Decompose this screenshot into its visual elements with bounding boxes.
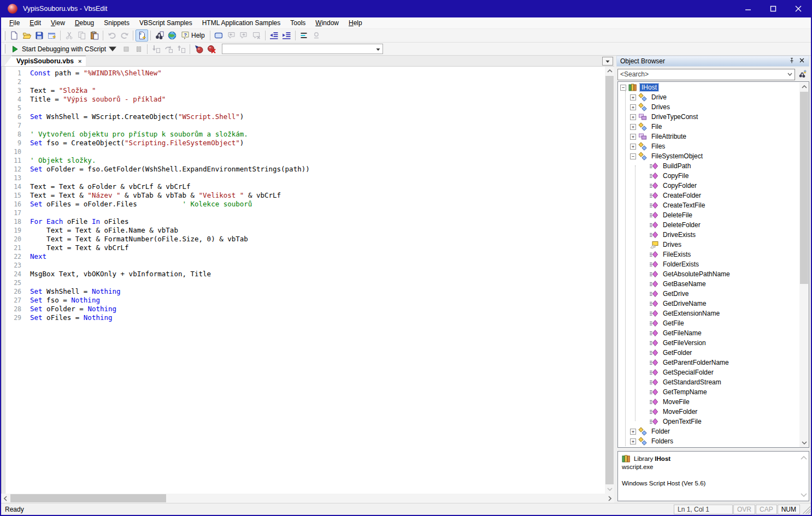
redo-button[interactable]: [118, 29, 131, 41]
scroll-down-arrow[interactable]: [605, 485, 614, 494]
tree-item-label[interactable]: Drives: [661, 241, 683, 248]
tree-item-deletefile[interactable]: DeleteFile: [618, 210, 799, 220]
tree-item-getdrivename[interactable]: GetDriveName: [618, 299, 799, 309]
scrollbar-thumb[interactable]: [10, 494, 166, 502]
tree-item-getfileversion[interactable]: GetFileVersion: [618, 338, 799, 348]
tree-item-drives[interactable]: +Drives: [618, 102, 799, 112]
maximize-button[interactable]: [761, 0, 786, 17]
scroll-up-arrow[interactable]: [605, 67, 614, 75]
step-out-button[interactable]: [175, 43, 187, 55]
code-editor[interactable]: Const path = "%WINDIR%\ShellNew"Text = "…: [25, 67, 605, 494]
expand-expander[interactable]: +: [630, 144, 636, 150]
tree-item-label[interactable]: DriveTypeConst: [650, 113, 699, 121]
tree-item-label[interactable]: GetParentFolderName: [661, 359, 731, 366]
tree-item-label[interactable]: MoveFolder: [661, 408, 699, 416]
tree-item-gettempname[interactable]: GetTempName: [618, 387, 799, 397]
scroll-right-arrow[interactable]: [605, 494, 614, 503]
tree-item-label[interactable]: GetDrive: [661, 290, 690, 298]
tree-item-label[interactable]: Folders: [650, 437, 675, 445]
tree-item-deletefolder[interactable]: DeleteFolder: [618, 220, 799, 230]
editor-horizontal-scrollbar[interactable]: [1, 494, 614, 503]
expand-expander[interactable]: +: [630, 124, 636, 130]
cut-button[interactable]: [63, 29, 75, 41]
tree-item-getparentfoldername[interactable]: GetParentFolderName: [618, 358, 799, 367]
menu-vbscript-samples[interactable]: VBScript Samples: [134, 18, 197, 28]
paste-button[interactable]: [88, 29, 101, 41]
comment-button[interactable]: [213, 29, 225, 41]
tree-item-getbasename[interactable]: GetBaseName: [618, 279, 799, 289]
next-bookmark-button[interactable]: [238, 29, 250, 41]
tree-item-copyfolder[interactable]: CopyFolder: [618, 181, 799, 191]
info-scroll-up[interactable]: [800, 454, 808, 461]
tree-item-label[interactable]: FileSystemObject: [650, 152, 704, 160]
tab-close-icon[interactable]: ×: [78, 58, 81, 64]
toggle-breakpoint-button[interactable]: [192, 43, 205, 55]
scrollbar-thumb[interactable]: [605, 76, 614, 484]
tree-item-label[interactable]: DriveExists: [661, 231, 697, 239]
tree-item-label[interactable]: IHost: [640, 84, 658, 91]
object-search-input[interactable]: <Search>: [617, 69, 795, 80]
tree-item-getabsolutepathname[interactable]: GetAbsolutePathName: [618, 269, 799, 279]
expand-expander[interactable]: +: [630, 114, 636, 120]
tree-item-label[interactable]: GetAbsolutePathName: [661, 270, 732, 278]
expand-expander[interactable]: +: [630, 429, 636, 435]
tree-item-label[interactable]: File: [650, 123, 663, 131]
tree-item-drives[interactable]: Drives: [618, 240, 799, 250]
pin-panel-button[interactable]: [787, 57, 797, 66]
tree-item-label[interactable]: GetFolder: [661, 349, 693, 357]
find-in-files-button[interactable]: [153, 29, 166, 41]
tree-item-label[interactable]: MoveFile: [661, 398, 691, 406]
menu-snippets[interactable]: Snippets: [99, 18, 134, 28]
tree-item-buildpath[interactable]: BuildPath: [618, 161, 799, 171]
new-file-button[interactable]: [8, 29, 20, 41]
debug-combobox[interactable]: [222, 44, 383, 54]
tree-item-movefolder[interactable]: MoveFolder: [618, 407, 799, 417]
close-panel-button[interactable]: [797, 57, 807, 66]
tree-item-getfolder[interactable]: GetFolder: [618, 348, 799, 358]
info-scroll-down[interactable]: [800, 491, 808, 499]
tree-item-file[interactable]: +File: [618, 122, 799, 132]
tree-item-getextensionname[interactable]: GetExtensionName: [618, 309, 799, 318]
tree-item-label[interactable]: GetDriveName: [661, 300, 708, 307]
tree-item-label[interactable]: DeleteFolder: [661, 221, 702, 229]
tree-item-label[interactable]: OpenTextFile: [661, 418, 703, 425]
tree-item-label[interactable]: FileExists: [661, 251, 692, 258]
tree-item-folders[interactable]: +Folders: [618, 436, 799, 446]
tree-item-fileattribute[interactable]: +FileAttribute: [618, 132, 799, 141]
tree-item-drivetypeconst[interactable]: +DriveTypeConst: [618, 112, 799, 122]
tree-item-getdrive[interactable]: GetDrive: [618, 289, 799, 299]
build-exe-button[interactable]: [45, 29, 58, 41]
tree-item-label[interactable]: GetExtensionName: [661, 310, 721, 317]
menu-file[interactable]: File: [4, 18, 25, 28]
tree-item-folderexists[interactable]: FolderExists: [618, 259, 799, 269]
expand-expander[interactable]: +: [630, 94, 636, 100]
help-button[interactable]: ?Help: [178, 29, 208, 41]
menu-html-application-samples[interactable]: HTML Application Samples: [197, 18, 286, 28]
tree-item-label[interactable]: GetFileName: [661, 329, 703, 337]
start-debugging-button[interactable]: Start Debugging with CScript: [8, 43, 120, 55]
tree-item-folder[interactable]: +Folder: [618, 426, 799, 436]
collapse-expander[interactable]: −: [620, 85, 626, 91]
tree-item-label[interactable]: GetFile: [661, 319, 686, 327]
scrollbar-thumb[interactable]: [800, 92, 808, 284]
tree-item-label[interactable]: FolderExists: [661, 260, 701, 268]
tree-item-label[interactable]: GetStandardStream: [661, 378, 723, 386]
scroll-left-arrow[interactable]: [1, 494, 10, 503]
expand-expander[interactable]: +: [630, 134, 636, 140]
breakpoint-margin[interactable]: [2, 67, 5, 494]
tree-item-label[interactable]: FileAttribute: [650, 133, 688, 140]
browser-button[interactable]: [166, 29, 178, 41]
tree-item-label[interactable]: CopyFolder: [661, 182, 698, 189]
tree-item-label[interactable]: GetFileVersion: [661, 339, 708, 347]
tree-item-label[interactable]: Files: [650, 143, 667, 150]
tree-item-getstandardstream[interactable]: GetStandardStream: [618, 377, 799, 387]
tree-item-label[interactable]: CopyFile: [661, 172, 690, 180]
tree-item-label[interactable]: Folder: [650, 428, 672, 435]
tree-item-label[interactable]: CreateFolder: [661, 192, 703, 199]
step-over-button[interactable]: [162, 43, 175, 55]
clear-bookmarks-button[interactable]: [250, 29, 263, 41]
tree-item-label[interactable]: Drives: [650, 103, 672, 111]
tree-item-iarguments[interactable]: +IArguments: [618, 446, 799, 447]
pause-button[interactable]: [132, 43, 145, 55]
tree-item-files[interactable]: +Files: [618, 141, 799, 151]
